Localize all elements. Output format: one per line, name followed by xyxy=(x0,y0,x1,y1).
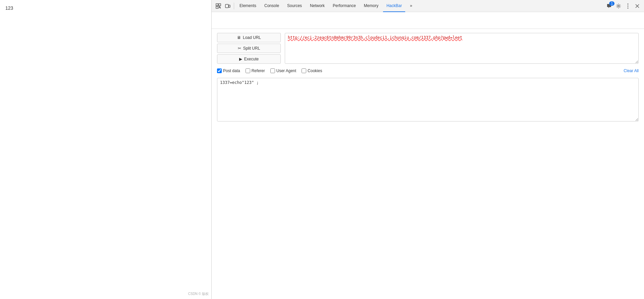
cookies-option[interactable]: Cookies xyxy=(302,68,322,73)
split-url-icon: ✂ xyxy=(238,46,241,51)
hackbar-options: Post data Referer User Agent Cookies Cle… xyxy=(217,67,639,74)
url-input[interactable] xyxy=(285,33,639,64)
user-agent-option[interactable]: User Agent xyxy=(270,68,296,73)
load-url-icon: 🖥 xyxy=(237,35,241,40)
user-agent-checkbox[interactable] xyxy=(270,68,275,73)
devtools-content: 🖥 Load URL ✂ Split URL ▶ Execute xyxy=(212,12,644,299)
badge-count: 1 xyxy=(609,1,614,6)
tab-hackbar[interactable]: HackBar xyxy=(383,0,405,12)
tab-performance[interactable]: Performance xyxy=(329,0,359,12)
hackbar-buttons: 🖥 Load URL ✂ Split URL ▶ Execute xyxy=(217,33,281,64)
close-icon[interactable] xyxy=(633,2,641,10)
split-url-button[interactable]: ✂ Split URL xyxy=(217,44,281,53)
tab-network[interactable]: Network xyxy=(307,0,328,12)
url-area xyxy=(285,33,639,64)
tab-sources[interactable]: Sources xyxy=(284,0,305,12)
post-data-option[interactable]: Post data xyxy=(217,68,240,73)
svg-rect-4 xyxy=(229,5,230,7)
load-url-button[interactable]: 🖥 Load URL xyxy=(217,33,281,42)
svg-rect-2 xyxy=(219,4,221,6)
svg-point-7 xyxy=(628,5,629,6)
svg-point-8 xyxy=(628,7,629,8)
chat-icon[interactable]: 1 xyxy=(605,2,613,10)
execute-label: Execute xyxy=(244,57,259,61)
cookies-label: Cookies xyxy=(308,68,322,73)
cookies-checkbox[interactable] xyxy=(302,68,306,73)
referer-checkbox[interactable] xyxy=(246,68,250,73)
page-content: 123 CSDN © 版权 xyxy=(0,0,211,299)
execute-button[interactable]: ▶ Execute xyxy=(217,54,281,64)
svg-point-5 xyxy=(618,5,620,7)
inspect-icon[interactable] xyxy=(214,2,222,10)
tab-more[interactable]: » xyxy=(407,0,416,12)
clear-all-link[interactable]: Clear All xyxy=(624,68,639,73)
split-url-label: Split URL xyxy=(243,46,260,51)
toolbar-divider-1 xyxy=(234,3,234,9)
svg-rect-3 xyxy=(225,4,228,8)
post-data-label: Post data xyxy=(223,68,240,73)
settings-icon[interactable] xyxy=(614,2,623,10)
svg-point-6 xyxy=(628,3,629,4)
watermark: CSDN © 版权 xyxy=(188,292,209,296)
devtools-toolbar: Elements Console Sources Network Perform… xyxy=(212,0,644,12)
hackbar-main: 🖥 Load URL ✂ Split URL ▶ Execute xyxy=(212,29,644,299)
post-data-checkbox[interactable] xyxy=(217,68,222,73)
post-data-input[interactable] xyxy=(217,78,639,121)
devtools-panel: Elements Console Sources Network Perform… xyxy=(211,0,644,299)
kebab-menu-icon[interactable] xyxy=(624,2,632,10)
referer-label: Referer xyxy=(252,68,265,73)
device-toggle-icon[interactable] xyxy=(224,2,232,10)
execute-icon: ▶ xyxy=(239,57,242,61)
toolbar-right: 1 xyxy=(605,2,641,10)
user-agent-label: User Agent xyxy=(276,68,296,73)
page-number: 123 xyxy=(5,5,13,11)
load-url-label: Load URL xyxy=(243,35,261,40)
hackbar-top-area xyxy=(212,12,644,29)
referer-option[interactable]: Referer xyxy=(246,68,265,73)
tab-elements[interactable]: Elements xyxy=(236,0,260,12)
svg-rect-0 xyxy=(216,4,218,6)
svg-rect-1 xyxy=(216,6,218,8)
tab-console[interactable]: Console xyxy=(261,0,282,12)
tab-memory[interactable]: Memory xyxy=(361,0,382,12)
hackbar-row1: 🖥 Load URL ✂ Split URL ▶ Execute xyxy=(217,33,639,64)
